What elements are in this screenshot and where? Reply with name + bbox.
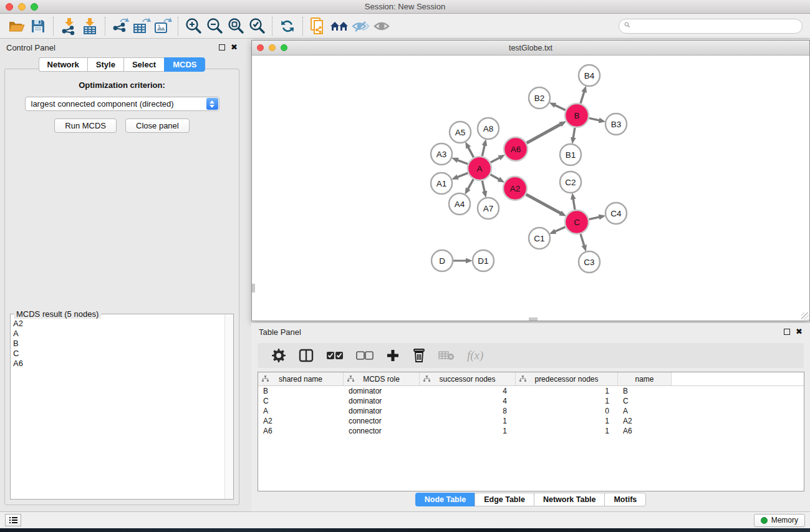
cell[interactable]: B <box>258 386 344 396</box>
graph-node-A3[interactable]: A3 <box>431 143 452 165</box>
close-table-panel-icon[interactable]: ✖ <box>796 329 803 335</box>
hide-selected-icon[interactable] <box>350 16 371 36</box>
result-scrollbar[interactable] <box>224 315 233 499</box>
close-panel-button[interactable]: Close panel <box>125 118 190 133</box>
graph-node-C[interactable]: C <box>565 210 589 234</box>
refresh-layout-icon[interactable] <box>277 16 298 36</box>
network-maximize-button[interactable] <box>281 44 287 51</box>
cell[interactable]: A <box>618 406 672 416</box>
export-image-icon[interactable] <box>152 16 173 36</box>
select-all-icon[interactable] <box>326 346 344 365</box>
graph-node-A4[interactable]: A4 <box>449 193 470 215</box>
search-input[interactable] <box>619 19 803 34</box>
zoom-in-icon[interactable] <box>183 16 204 36</box>
graph-node-B3[interactable]: B3 <box>605 114 627 135</box>
cell[interactable]: 4 <box>420 396 516 406</box>
graph-edge-B-B2[interactable] <box>554 105 565 110</box>
close-window-button[interactable] <box>6 3 13 11</box>
graph-edge-A-A5[interactable] <box>468 147 474 158</box>
column-header-name[interactable]: name <box>618 372 672 385</box>
graph-edge-C-C2[interactable] <box>573 199 575 210</box>
table-row-A[interactable]: Adominator80A <box>258 406 804 416</box>
cell[interactable]: connector <box>344 416 420 426</box>
delete-table-icon[interactable] <box>438 346 455 365</box>
table-settings-icon[interactable] <box>271 346 286 365</box>
graph-edge-A-A3[interactable] <box>457 160 468 164</box>
cell[interactable]: 4 <box>420 386 516 396</box>
result-item-A2[interactable]: A2 <box>13 319 224 329</box>
cell[interactable]: A <box>258 406 344 416</box>
cell[interactable]: 1 <box>516 426 618 436</box>
export-network-icon[interactable] <box>110 16 131 36</box>
task-history-button[interactable] <box>5 514 21 526</box>
graph-edge-B-B1[interactable] <box>573 128 575 138</box>
cell[interactable]: dominator <box>344 386 420 396</box>
column-header-predecessor-nodes[interactable]: predecessor nodes <box>516 372 618 385</box>
cell[interactable]: 1 <box>516 386 618 396</box>
import-table-icon[interactable] <box>79 16 100 36</box>
column-header-shared-name[interactable]: shared name <box>258 372 344 385</box>
graph-node-C3[interactable]: C3 <box>579 251 600 273</box>
tab-motifs[interactable]: Motifs <box>604 493 646 506</box>
graph-node-D[interactable]: D <box>432 250 453 271</box>
save-session-icon[interactable] <box>27 16 49 36</box>
graph-edge-A-A8[interactable] <box>482 145 485 156</box>
run-mcds-button[interactable]: Run MCDS <box>54 118 117 133</box>
graph-node-C1[interactable]: C1 <box>529 228 550 249</box>
graph-node-A6[interactable]: A6 <box>504 137 528 161</box>
graph-node-A7[interactable]: A7 <box>478 198 499 219</box>
tab-mcds[interactable]: MCDS <box>164 57 205 72</box>
cell[interactable]: A2 <box>618 416 672 426</box>
table-row-A6[interactable]: A6connector11A6 <box>258 426 804 436</box>
table-row-A2[interactable]: A2connector11A2 <box>258 416 804 426</box>
cell[interactable]: dominator <box>344 406 420 416</box>
float-panel-icon[interactable] <box>219 44 225 51</box>
maximize-window-button[interactable] <box>31 3 38 11</box>
float-table-panel-icon[interactable] <box>784 329 790 335</box>
table-row-B[interactable]: Bdominator41B <box>258 386 804 396</box>
cell[interactable]: A2 <box>258 416 344 426</box>
graph-edge-A-A6[interactable] <box>491 158 500 163</box>
graph-edge-A-A7[interactable] <box>482 181 485 192</box>
cell[interactable]: A6 <box>258 426 344 436</box>
graph-node-D1[interactable]: D1 <box>473 250 494 271</box>
cell[interactable]: connector <box>344 426 420 436</box>
cell[interactable]: 1 <box>420 426 516 436</box>
graph-node-B[interactable]: B <box>565 104 589 127</box>
network-canvas[interactable]: B4B2BB3B1C2A5A8A6A3AA1A2A4A7CC4C1C3DD1 <box>252 56 809 321</box>
cell[interactable]: 1 <box>516 416 618 426</box>
memory-button[interactable]: Memory <box>754 514 805 527</box>
table-row-C[interactable]: Cdominator41C <box>258 396 804 406</box>
open-file-icon[interactable] <box>6 16 27 36</box>
show-all-icon[interactable] <box>371 16 392 36</box>
cell[interactable]: B <box>618 386 672 396</box>
tab-node-table[interactable]: Node Table <box>415 493 475 506</box>
cell[interactable]: C <box>618 396 672 406</box>
cell[interactable]: A6 <box>618 426 672 436</box>
network-window-titlebar[interactable]: testGlobe.txt <box>252 41 809 56</box>
mcds-result-list[interactable]: A2ABCA6 <box>11 316 224 499</box>
column-header-successor-nodes[interactable]: successor nodes <box>420 372 516 385</box>
graph-node-A8[interactable]: A8 <box>478 118 499 139</box>
function-builder-icon[interactable]: f(x) <box>467 346 483 365</box>
graph-edge-A-A4[interactable] <box>468 179 473 189</box>
node-table[interactable]: shared nameMCDS rolesuccessor nodesprede… <box>258 372 804 491</box>
canvas-hscroll-thumb[interactable] <box>529 317 538 321</box>
graph-node-A2[interactable]: A2 <box>503 177 527 200</box>
graph-edge-A-A1[interactable] <box>457 173 468 177</box>
tab-style[interactable]: Style <box>87 57 123 72</box>
cell[interactable]: dominator <box>344 396 420 406</box>
graph-node-A1[interactable]: A1 <box>431 173 452 194</box>
delete-column-icon[interactable] <box>412 346 426 365</box>
network-close-button[interactable] <box>257 44 264 51</box>
result-item-B[interactable]: B <box>13 339 224 349</box>
close-panel-icon[interactable]: ✖ <box>231 44 238 51</box>
cell[interactable]: C <box>258 396 344 406</box>
minimize-window-button[interactable] <box>18 3 26 11</box>
graph-edge-A6-B[interactable] <box>527 124 561 143</box>
graph-edge-B-B3[interactable] <box>589 118 600 120</box>
cell[interactable]: 0 <box>516 406 618 416</box>
graph-node-B2[interactable]: B2 <box>529 87 550 109</box>
column-manager-icon[interactable] <box>299 346 314 365</box>
cell[interactable]: 1 <box>516 396 618 406</box>
